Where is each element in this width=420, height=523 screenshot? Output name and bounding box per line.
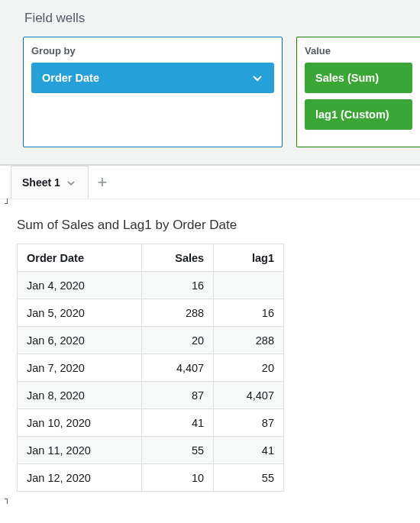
cell-lag1: 41 — [214, 437, 284, 464]
cell-order-date: Jan 4, 2020 — [18, 272, 142, 299]
data-table: Order Date Sales lag1 Jan 4, 202016Jan 5… — [17, 244, 284, 492]
value-label: Value — [305, 45, 412, 56]
cell-lag1 — [214, 272, 284, 299]
cell-sales: 16 — [142, 272, 214, 299]
cell-order-date: Jan 12, 2020 — [18, 464, 142, 492]
cell-lag1: 55 — [214, 464, 284, 492]
cell-lag1: 288 — [214, 327, 284, 354]
col-header-order-date[interactable]: Order Date — [18, 244, 142, 272]
value-field-label-sales: Sales (Sum) — [315, 72, 379, 84]
cell-order-date: Jan 11, 2020 — [18, 437, 142, 464]
value-field-pill-sales[interactable]: Sales (Sum) — [305, 63, 412, 93]
group-by-field-pill[interactable]: Order Date — [31, 63, 274, 93]
group-by-well[interactable]: Group by Order Date — [23, 37, 283, 147]
chevron-down-icon — [251, 72, 263, 84]
cell-lag1: 87 — [214, 409, 284, 437]
crop-mark-bottom: ┐ — [0, 495, 420, 502]
cell-sales: 10 — [142, 464, 214, 492]
visualization-area: Sum of Sales and Lag1 by Order Date Orde… — [0, 207, 420, 492]
value-field-pill-lag1[interactable]: lag1 (Custom) — [305, 99, 412, 130]
chevron-down-icon — [65, 178, 77, 188]
group-by-field-label: Order Date — [42, 72, 99, 84]
sheet-tab-1-label: Sheet 1 — [22, 176, 60, 189]
cell-lag1: 20 — [214, 354, 284, 382]
table-row: Jan 8, 2020874,407 — [18, 382, 284, 409]
cell-order-date: Jan 8, 2020 — [18, 382, 142, 409]
table-row: Jan 6, 202020288 — [18, 327, 284, 354]
crop-mark-top: ┘ — [0, 199, 420, 207]
table-row: Jan 7, 20204,40720 — [18, 354, 284, 382]
table-row: Jan 11, 20205541 — [18, 437, 284, 464]
cell-sales: 41 — [142, 409, 214, 437]
table-body: Jan 4, 202016Jan 5, 202028816Jan 6, 2020… — [18, 272, 284, 492]
sheet-tab-1[interactable]: Sheet 1 — [11, 166, 89, 199]
table-row: Jan 4, 202016 — [18, 272, 284, 299]
cell-sales: 288 — [142, 299, 214, 327]
plus-icon: + — [97, 173, 107, 192]
value-well[interactable]: Value Sales (Sum) lag1 (Custom) — [296, 37, 420, 147]
col-header-sales[interactable]: Sales — [142, 244, 214, 272]
visualization-title: Sum of Sales and Lag1 by Order Date — [17, 218, 420, 233]
cell-order-date: Jan 7, 2020 — [18, 354, 142, 382]
cell-sales: 4,407 — [142, 354, 214, 382]
field-wells-title: Field wells — [24, 11, 420, 26]
sheet-tab-strip: Sheet 1 + — [0, 166, 420, 199]
cell-sales: 87 — [142, 382, 214, 409]
col-header-lag1[interactable]: lag1 — [214, 244, 284, 272]
cell-order-date: Jan 10, 2020 — [18, 409, 142, 437]
group-by-label: Group by — [31, 45, 274, 56]
table-row: Jan 10, 20204187 — [18, 409, 284, 437]
table-header-row: Order Date Sales lag1 — [18, 244, 284, 272]
table-row: Jan 5, 202028816 — [18, 299, 284, 327]
table-row: Jan 12, 20201055 — [18, 464, 284, 492]
add-sheet-button[interactable]: + — [89, 166, 116, 199]
field-wells-row: Group by Order Date Value Sales (Sum) la… — [23, 37, 420, 147]
value-field-label-lag1: lag1 (Custom) — [315, 108, 389, 121]
cell-order-date: Jan 6, 2020 — [18, 327, 142, 354]
cell-sales: 55 — [142, 437, 214, 464]
cell-order-date: Jan 5, 2020 — [18, 299, 142, 327]
cell-lag1: 4,407 — [214, 382, 284, 409]
cell-lag1: 16 — [214, 299, 284, 327]
field-wells-panel: Field wells Group by Order Date Value Sa… — [0, 0, 420, 166]
cell-sales: 20 — [142, 327, 214, 354]
